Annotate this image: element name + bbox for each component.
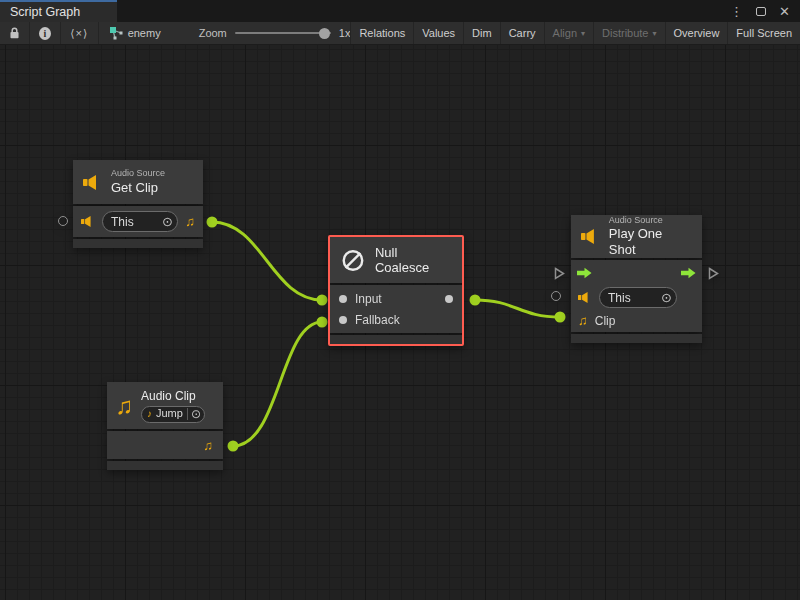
node-footer: [107, 461, 223, 470]
node-audio-clip[interactable]: ♫ Audio Clip ♪ Jump ⊙ ♫: [107, 382, 223, 470]
node-header: ♫ Audio Clip ♪ Jump ⊙: [107, 382, 223, 429]
fallback-port-label: Fallback: [355, 313, 400, 327]
carry-label: Carry: [509, 27, 536, 39]
clip-input-icon: ♫: [578, 314, 588, 327]
port-getclip-output[interactable]: [207, 217, 218, 228]
this-input-port[interactable]: [58, 216, 68, 226]
node-title: Get Clip: [111, 180, 165, 196]
wire-output-to-clip[interactable]: [475, 300, 560, 317]
node-port-rows: Input Fallback: [330, 285, 462, 333]
this-input-port[interactable]: [551, 291, 561, 301]
window-controls: ⋮ ✕: [730, 0, 800, 22]
node-category: Audio Source: [609, 215, 692, 226]
values-button[interactable]: Values: [413, 22, 463, 44]
relations-label: Relations: [359, 27, 405, 39]
fullscreen-label: Full Screen: [736, 27, 792, 39]
control-flow-row: [571, 260, 702, 286]
toolbar-buttons: Relations Values Dim Carry Align ▾ Distr…: [350, 22, 800, 44]
flow-out-arrow-icon[interactable]: [681, 267, 696, 279]
zoom-label: Zoom: [199, 27, 227, 39]
port-audioclip-output[interactable]: [228, 441, 239, 452]
target-port-row: This ⊙: [571, 286, 702, 309]
node-null-coalesce[interactable]: Null Coalesce Input Fallback: [328, 235, 464, 346]
this-object-field[interactable]: This ⊙: [102, 211, 178, 232]
node-titles: Audio Source Play One Shot: [609, 215, 692, 259]
node-footer: [571, 334, 702, 343]
align-label: Align: [553, 27, 577, 39]
graph-icon: [109, 26, 123, 40]
overview-label: Overview: [674, 27, 720, 39]
node-titles: Audio Source Get Clip: [111, 168, 165, 196]
node-header: Audio Source Get Clip: [73, 160, 203, 204]
node-title: Null Coalesce: [375, 245, 452, 275]
input-port-label: Input: [355, 292, 382, 306]
field-value: This: [608, 291, 657, 305]
dim-button[interactable]: Dim: [463, 22, 500, 44]
lock-button[interactable]: [0, 22, 30, 44]
field-value: Jump: [156, 407, 183, 421]
port-fallback-connected[interactable]: [317, 317, 328, 328]
carry-button[interactable]: Carry: [500, 22, 544, 44]
code-view-button[interactable]: ⟨×⟩: [61, 22, 99, 44]
port-coalesce-output[interactable]: [470, 295, 481, 306]
fallback-port[interactable]: [339, 316, 347, 324]
tab-script-graph[interactable]: Script Graph: [0, 0, 117, 22]
node-get-clip[interactable]: Audio Source Get Clip This ⊙ ♫: [73, 160, 203, 248]
info-button[interactable]: i: [30, 22, 61, 44]
input-port[interactable]: [339, 295, 347, 303]
tab-title: Script Graph: [10, 5, 80, 19]
clip-port-label: Clip: [595, 314, 616, 328]
zoom-control: Zoom 1x: [199, 22, 351, 44]
dropdown-arrow-icon: ▾: [653, 29, 657, 38]
port-clip-input-connected[interactable]: [555, 312, 566, 323]
zoom-slider[interactable]: [235, 32, 331, 34]
overview-button[interactable]: Overview: [665, 22, 728, 44]
object-picker-icon[interactable]: ⊙: [187, 408, 201, 420]
values-label: Values: [422, 27, 455, 39]
node-header: Audio Source Play One Shot: [571, 215, 702, 258]
audio-source-icon: [83, 174, 102, 191]
clip-port-row: ♫ Clip: [571, 309, 702, 332]
input-port-row: Input: [330, 288, 462, 309]
node-play-one-shot[interactable]: Audio Source Play One Shot This: [571, 215, 702, 343]
this-object-field[interactable]: This ⊙: [599, 287, 677, 308]
relations-button[interactable]: Relations: [350, 22, 413, 44]
flow-exit-port[interactable]: [708, 267, 719, 280]
flow-entry-port[interactable]: [554, 267, 565, 280]
node-port-row: This ⊙ ♫: [73, 206, 203, 237]
node-category: Audio Source: [111, 168, 165, 179]
code-icon: ⟨×⟩: [70, 27, 88, 40]
audio-source-icon: [81, 215, 95, 228]
graph-canvas[interactable]: Audio Source Get Clip This ⊙ ♫ Null Coa: [0, 45, 800, 600]
distribute-dropdown[interactable]: Distribute ▾: [593, 22, 664, 44]
note-icon: ♪: [147, 409, 152, 419]
fallback-port-row: Fallback: [330, 309, 462, 330]
wire-getclip-to-input[interactable]: [212, 222, 322, 300]
audio-source-icon: [581, 228, 600, 245]
dropdown-arrow-icon: ▾: [581, 29, 585, 38]
zoom-slider-handle[interactable]: [319, 28, 330, 39]
audio-clip-output-icon: ♫: [203, 439, 213, 452]
object-picker-icon[interactable]: ⊙: [661, 291, 672, 304]
breadcrumb[interactable]: enemy: [99, 22, 171, 44]
node-port-row: ♫: [107, 431, 223, 459]
fullscreen-button[interactable]: Full Screen: [727, 22, 800, 44]
node-footer: [330, 335, 462, 344]
distribute-label: Distribute: [602, 27, 648, 39]
wire-audioclip-to-fallback[interactable]: [233, 322, 322, 446]
tab-strip: Script Graph ⋮ ✕: [0, 0, 800, 22]
object-picker-icon[interactable]: ⊙: [162, 215, 173, 228]
null-coalesce-icon: [340, 247, 366, 274]
port-input-connected[interactable]: [317, 295, 328, 306]
align-dropdown[interactable]: Align ▾: [544, 22, 593, 44]
close-icon[interactable]: ✕: [779, 5, 790, 18]
window-menu-icon[interactable]: ⋮: [730, 5, 743, 18]
result-output-port[interactable]: [445, 295, 453, 303]
info-icon: i: [39, 27, 51, 40]
flow-in-arrow-icon[interactable]: [577, 267, 592, 279]
lock-icon: [9, 26, 20, 40]
clip-object-field[interactable]: ♪ Jump ⊙: [141, 406, 205, 423]
maximize-icon[interactable]: [756, 7, 766, 16]
node-title: Audio Clip: [141, 389, 205, 404]
audio-source-icon: [578, 291, 592, 304]
